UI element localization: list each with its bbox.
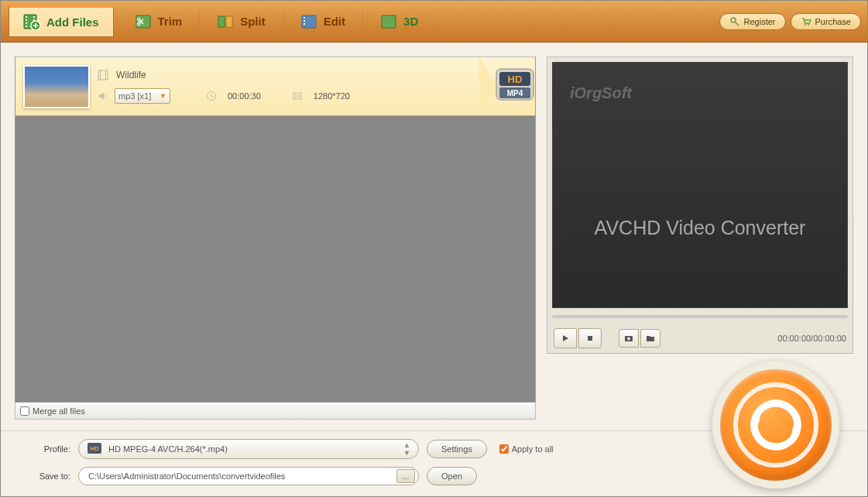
- bottom-bar: Profile: HD HD MPEG-4 AVC/H.264(*.mp4) ▲…: [1, 430, 867, 496]
- file-list[interactable]: Wildlife mp3 [x1] ▼: [15, 57, 536, 403]
- svg-rect-1: [26, 16, 27, 18]
- 3d-label: 3D: [403, 15, 418, 28]
- profile-format-icon: HD: [87, 442, 102, 456]
- app-window: Add Files Trim Split: [0, 0, 868, 497]
- apply-all-checkbox-label[interactable]: Apply to all: [499, 444, 554, 454]
- time-readout: 00:00:00/00:00:00: [777, 334, 846, 343]
- svg-rect-22: [100, 70, 101, 80]
- resolution-value: 1280*720: [314, 91, 350, 101]
- toolbar-separator: [199, 10, 200, 33]
- split-icon: [217, 13, 234, 30]
- snapshot-button[interactable]: [619, 329, 639, 348]
- preview-controls: 00:00:00/00:00:00: [552, 327, 848, 348]
- stop-button[interactable]: [578, 328, 602, 348]
- film-icon: [98, 70, 108, 81]
- video-thumbnail: [23, 65, 90, 108]
- merge-label: Merge all files: [33, 406, 85, 416]
- main-toolbar: Add Files Trim Split: [1, 1, 867, 43]
- file-item[interactable]: Wildlife mp3 [x1] ▼: [15, 57, 535, 116]
- 3d-button[interactable]: 3D: [366, 6, 432, 37]
- svg-rect-12: [226, 16, 232, 27]
- audio-track-dropdown[interactable]: mp3 [x1] ▼: [115, 88, 170, 104]
- register-button[interactable]: Register: [719, 13, 786, 30]
- convert-icon: [733, 382, 818, 468]
- svg-text:HD: HD: [90, 445, 99, 452]
- open-folder-button[interactable]: Open: [427, 467, 477, 485]
- svg-rect-8: [136, 15, 150, 28]
- toolbar-separator: [283, 10, 283, 33]
- svg-rect-14: [304, 17, 305, 19]
- open-label: Open: [441, 471, 462, 481]
- svg-rect-23: [105, 70, 106, 80]
- svg-rect-21: [98, 70, 108, 80]
- toolbar-separator: [117, 10, 118, 33]
- film-add-icon: [23, 13, 40, 30]
- snapshot-folder-button[interactable]: [640, 329, 660, 348]
- svg-rect-4: [26, 26, 27, 27]
- duration-value: 00:00:30: [228, 91, 261, 101]
- preview-panel: iOrgSoft AVCHD Video Converter: [547, 57, 853, 354]
- split-label: Split: [240, 15, 266, 28]
- trim-icon: [135, 13, 152, 30]
- browse-button[interactable]: ...: [396, 469, 415, 483]
- file-info: Wildlife mp3 [x1] ▼: [98, 57, 535, 115]
- apply-all-label: Apply to all: [512, 444, 554, 454]
- speaker-icon: [98, 91, 108, 101]
- cart-icon: [801, 16, 811, 27]
- svg-rect-17: [382, 15, 396, 28]
- add-files-label: Add Files: [46, 15, 99, 29]
- save-to-path: C:\Users\Administrator\Documents\convert…: [88, 471, 396, 481]
- svg-rect-3: [26, 22, 27, 24]
- profile-label: Profile:: [15, 444, 70, 454]
- svg-rect-5: [33, 16, 35, 18]
- format-badge[interactable]: HD MP4: [493, 67, 536, 105]
- svg-rect-11: [218, 16, 225, 27]
- browse-label: ...: [403, 472, 409, 481]
- brand-logo: iOrgSoft: [570, 84, 830, 102]
- 3d-icon: [380, 13, 397, 30]
- format-badge-bottom: MP4: [507, 89, 523, 98]
- svg-rect-15: [304, 20, 305, 22]
- svg-point-20: [808, 24, 809, 26]
- purchase-label: Purchase: [815, 17, 851, 26]
- edit-icon: [300, 13, 317, 30]
- svg-rect-16: [304, 23, 305, 25]
- key-icon: [729, 16, 740, 27]
- save-to-input[interactable]: C:\Users\Administrator\Documents\convert…: [78, 467, 419, 485]
- file-name: Wildlife: [116, 70, 146, 81]
- preview-screen: iOrgSoft AVCHD Video Converter: [552, 62, 848, 308]
- left-pane: Wildlife mp3 [x1] ▼: [15, 57, 536, 420]
- register-label: Register: [744, 17, 776, 26]
- profile-value: HD MPEG-4 AVC/H.264(*.mp4): [108, 444, 228, 454]
- svg-rect-2: [26, 19, 27, 21]
- trim-button[interactable]: Trim: [121, 6, 197, 37]
- play-button[interactable]: [554, 328, 577, 348]
- svg-point-19: [805, 24, 806, 26]
- toolbar-separator: [362, 10, 363, 33]
- save-to-label: Save to:: [15, 471, 70, 481]
- merge-bar: Merge all files: [15, 403, 536, 420]
- resolution-icon: [292, 91, 303, 101]
- clock-icon: [206, 91, 217, 101]
- product-name: AVCHD Video Converter: [570, 217, 830, 239]
- add-files-button[interactable]: Add Files: [9, 6, 114, 37]
- convert-button[interactable]: [712, 362, 839, 488]
- svg-point-31: [627, 338, 630, 341]
- split-button[interactable]: Split: [203, 6, 280, 37]
- preview-timeline[interactable]: [552, 313, 848, 320]
- purchase-button[interactable]: Purchase: [791, 13, 861, 30]
- settings-label: Settings: [441, 444, 472, 454]
- audio-track-value: mp3 [x1]: [118, 91, 151, 101]
- dropdown-arrow-icon: ▼: [160, 92, 166, 100]
- settings-button[interactable]: Settings: [427, 440, 487, 458]
- edit-button[interactable]: Edit: [286, 6, 359, 37]
- svg-rect-29: [588, 336, 592, 341]
- profile-dropdown[interactable]: HD HD MPEG-4 AVC/H.264(*.mp4) ▲▼: [78, 439, 419, 459]
- svg-rect-25: [293, 93, 301, 99]
- trim-label: Trim: [158, 15, 183, 28]
- format-badge-top: HD: [508, 74, 523, 85]
- edit-label: Edit: [324, 15, 345, 28]
- dropdown-arrow-icon: ▲▼: [403, 441, 410, 457]
- merge-checkbox[interactable]: [20, 406, 29, 416]
- apply-all-checkbox[interactable]: [499, 444, 509, 454]
